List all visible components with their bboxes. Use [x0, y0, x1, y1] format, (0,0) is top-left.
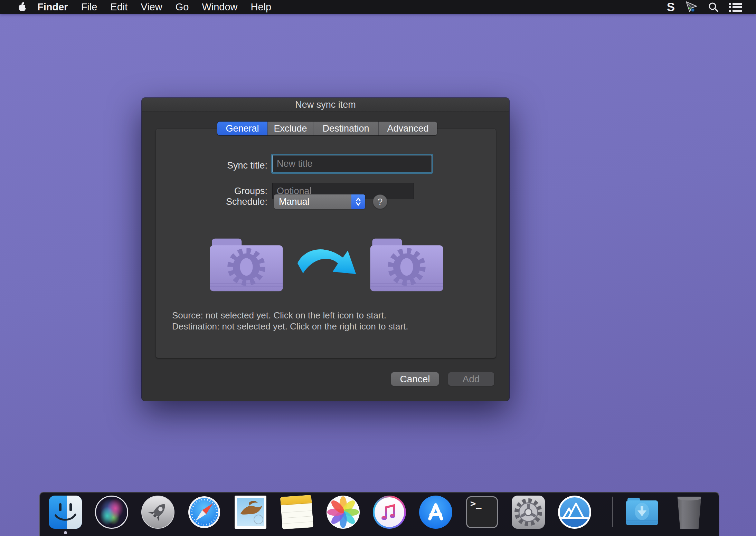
music-note-icon: [373, 496, 406, 529]
menu-item-file[interactable]: File: [81, 0, 97, 14]
source-folder-icon[interactable]: [207, 234, 286, 294]
menu-bar: Finder File Edit View Go Window Help S: [0, 0, 756, 14]
dock-icon-sync-folders-pro[interactable]: [558, 496, 591, 529]
destination-status-text: Destination: not selected yet. Click on …: [172, 321, 408, 332]
system-preferences-gear-icon: [512, 496, 545, 529]
terminal-icon: >_: [466, 496, 498, 528]
tab-destination[interactable]: Destination: [313, 122, 378, 135]
dock: >_: [39, 492, 719, 536]
dialog-title: New sync item: [295, 99, 356, 110]
menu-item-help[interactable]: Help: [251, 0, 272, 14]
apple-menu[interactable]: [17, 1, 28, 12]
tab-advanced[interactable]: Advanced: [378, 122, 437, 135]
menu-bar-status-icons: S: [667, 0, 742, 14]
schedule-popup[interactable]: Manual: [274, 194, 365, 209]
dock-icon-system-preferences[interactable]: [512, 496, 545, 529]
menu-item-edit[interactable]: Edit: [110, 0, 127, 14]
new-sync-item-dialog: New sync item General Exclude Destinatio…: [142, 98, 509, 401]
pointer-app-menu-icon[interactable]: [685, 1, 698, 13]
apple-logo-icon: [17, 1, 27, 12]
sync-folders-pro-icon: [558, 496, 591, 529]
notification-center-icon[interactable]: [729, 2, 742, 12]
launchpad-rocket-icon: [141, 496, 174, 529]
dock-divider: [612, 497, 613, 527]
schedule-help-button[interactable]: ?: [373, 194, 387, 209]
dialog-titlebar[interactable]: New sync item: [142, 98, 509, 112]
dock-icon-app-store[interactable]: [419, 496, 452, 529]
dock-icon-music[interactable]: [373, 496, 406, 529]
schedule-label: Schedule:: [190, 196, 267, 207]
downloads-folder-icon: [625, 497, 659, 527]
sync-app-menu-icon[interactable]: S: [667, 0, 675, 14]
groups-label: Groups:: [190, 185, 267, 197]
dock-icon-mail[interactable]: [234, 496, 267, 529]
photos-flower-icon: [327, 496, 360, 529]
sync-title-input[interactable]: [272, 155, 432, 172]
sync-title-label: Sync title:: [190, 160, 267, 171]
sync-arrow-icon: [296, 242, 360, 277]
spotlight-icon[interactable]: [708, 2, 719, 12]
siri-icon: [95, 496, 128, 529]
source-status-text: Source: not selected yet. Click on the l…: [172, 310, 408, 321]
cancel-button[interactable]: Cancel: [391, 372, 439, 386]
general-tab-panel: Sync title: Groups: Schedule: Manual ?: [155, 128, 496, 358]
dock-icon-terminal[interactable]: >_: [465, 496, 499, 529]
destination-folder-icon[interactable]: [367, 234, 446, 294]
notes-icon: [280, 495, 313, 529]
dock-icon-safari[interactable]: [188, 496, 221, 529]
tab-bar: General Exclude Destination Advanced: [217, 122, 437, 135]
trash-rim: [677, 496, 702, 500]
tab-general[interactable]: General: [217, 122, 267, 135]
selection-status: Source: not selected yet. Click on the l…: [172, 310, 408, 332]
schedule-popup-value: Manual: [274, 197, 310, 207]
dock-icon-siri[interactable]: [95, 496, 128, 529]
finder-icon: [49, 496, 82, 529]
tab-exclude[interactable]: Exclude: [267, 122, 313, 135]
menu-item-window[interactable]: Window: [202, 0, 237, 14]
dock-icon-downloads[interactable]: [625, 496, 659, 529]
safari-compass-icon: [188, 496, 221, 529]
app-store-icon: [419, 496, 452, 529]
menu-items: Finder File Edit View Go Window Help: [37, 0, 271, 14]
dock-icon-launchpad[interactable]: [141, 496, 174, 529]
menu-item-finder[interactable]: Finder: [37, 0, 68, 14]
add-button[interactable]: Add: [448, 372, 494, 386]
dock-icon-notes[interactable]: [280, 496, 313, 529]
dock-icon-photos[interactable]: [327, 496, 360, 529]
finder-running-indicator: [64, 531, 67, 534]
popup-chevrons-icon: [351, 194, 365, 209]
menu-item-go[interactable]: Go: [176, 0, 189, 14]
dock-icon-trash[interactable]: [674, 496, 704, 529]
menu-item-view[interactable]: View: [141, 0, 162, 14]
mail-stamp-icon: [235, 496, 266, 529]
dock-icon-finder[interactable]: [49, 496, 82, 529]
